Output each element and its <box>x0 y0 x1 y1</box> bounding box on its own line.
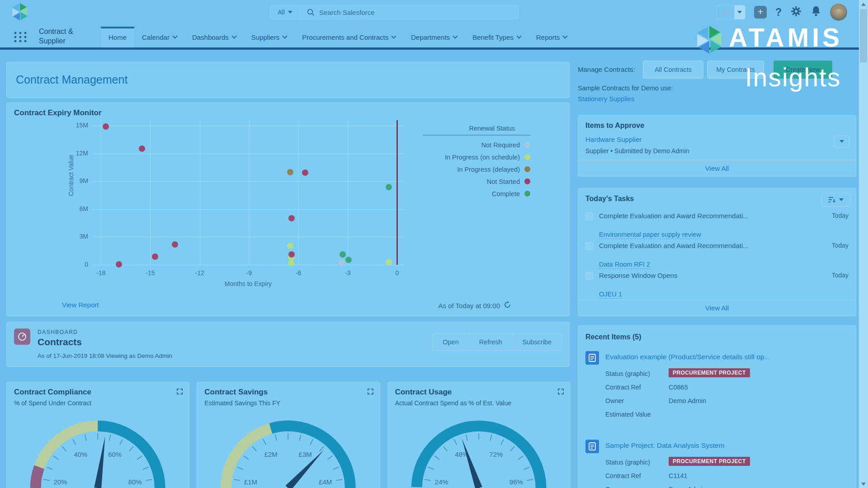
y-tick-label: 12M <box>60 150 88 157</box>
my-contracts-button[interactable]: My Contracts <box>707 61 764 79</box>
refresh-icon[interactable] <box>504 301 511 310</box>
legend-label: Complete <box>492 190 520 197</box>
document-icon <box>585 440 599 453</box>
y-tick-label: 0 <box>60 261 88 268</box>
tab-label: Suppliers <box>251 33 280 41</box>
y-axis-title: Contract Value <box>67 155 75 196</box>
recent-item-link[interactable]: Sample Project: Data Analysis System <box>605 441 725 450</box>
task-related-link[interactable]: OJEU 1 <box>599 291 622 299</box>
y-tick-label: 15M <box>60 122 88 129</box>
legend-dot <box>524 154 530 160</box>
svg-text:20%: 20% <box>54 478 67 486</box>
task-checkbox[interactable] <box>585 212 593 220</box>
data-point-complete[interactable] <box>340 251 346 258</box>
data-point-not-started[interactable] <box>116 261 122 267</box>
chevron-down-icon <box>288 11 292 14</box>
gridline <box>93 154 404 154</box>
data-point-not-started[interactable] <box>302 169 308 176</box>
scrollbar-thumb[interactable] <box>860 9 867 62</box>
user-avatar[interactable] <box>830 4 847 21</box>
tab-departments[interactable]: Departments <box>403 27 465 47</box>
recent-field-value: C0865 <box>669 384 688 391</box>
gear-icon[interactable] <box>790 5 802 19</box>
gauge-title: Contract Compliance <box>14 388 91 397</box>
data-point-complete[interactable] <box>345 257 352 263</box>
gauge-title: Contract Usage <box>395 388 452 397</box>
search-icon <box>307 9 315 16</box>
x-tick-label: -12 <box>190 269 210 277</box>
help-icon[interactable]: ? <box>775 6 782 19</box>
task-subject[interactable]: Complete Evaluation and Award Recommenda… <box>599 212 749 220</box>
tab-calendar[interactable]: Calendar <box>134 27 184 47</box>
gridline <box>93 126 404 126</box>
tasks-sort-dropdown[interactable] <box>821 193 850 206</box>
task-related-link[interactable]: Environmental paper supply review <box>599 231 701 239</box>
bell-icon[interactable] <box>811 5 821 19</box>
tab-home[interactable]: Home <box>101 27 134 47</box>
stationery-supplies-link[interactable]: Stationery Supplies <box>578 95 634 103</box>
legend-title: Renewal Status <box>423 125 530 132</box>
tab-benefit-types[interactable]: Benefit Types <box>465 27 528 47</box>
task-checkbox[interactable] <box>585 242 593 250</box>
recent-field-value: PROCUREMENT PROJECT <box>669 457 750 466</box>
global-add-icon[interactable]: + <box>754 6 767 19</box>
open-button[interactable]: Open <box>433 333 468 351</box>
favorites-dropdown-icon[interactable] <box>734 5 745 19</box>
items-to-approve-card: Items to Approve Hardware Supplier Suppl… <box>578 115 856 177</box>
data-point-not-started[interactable] <box>172 241 178 248</box>
data-point-not-required[interactable] <box>338 260 344 266</box>
approval-row-actions-dropdown[interactable] <box>834 136 849 147</box>
task-subject[interactable]: Complete Evaluation and Award Recommenda… <box>599 242 749 249</box>
status-badge: PROCUREMENT PROJECT <box>669 457 750 466</box>
approve-view-all-link[interactable]: View All <box>578 164 856 172</box>
search-input[interactable]: Search Salesforce <box>319 9 375 16</box>
legend-item: Not Required <box>423 139 530 151</box>
task-subject[interactable]: Response Window Opens <box>599 272 677 279</box>
task-due-date: Today <box>832 272 849 279</box>
atamis-logo-icon <box>10 2 30 22</box>
data-point-complete[interactable] <box>386 184 392 190</box>
data-point-in-progress-on-schedule-[interactable] <box>386 259 392 265</box>
svg-text:60%: 60% <box>108 450 122 458</box>
tasks-view-all-link[interactable]: View All <box>578 304 856 312</box>
gauge-row: Contract Compliance% of Spend Under Cont… <box>6 382 571 488</box>
data-point-in-progress-on-schedule-[interactable] <box>288 260 294 266</box>
legend-dot <box>524 178 530 184</box>
data-point-not-started[interactable] <box>288 215 295 221</box>
tab-dashboards[interactable]: Dashboards <box>184 27 244 47</box>
tab-reports[interactable]: Reports <box>528 27 575 47</box>
create-new-button[interactable]: Create New <box>774 61 832 79</box>
scrollbar-up-icon[interactable] <box>859 0 868 8</box>
scrollbar-down-icon[interactable] <box>859 480 868 488</box>
legend-dot <box>524 166 530 172</box>
chart-legend: Renewal Status Not RequiredIn Progress (… <box>423 125 530 200</box>
document-icon <box>585 351 599 365</box>
search-scope-label: All <box>278 9 285 16</box>
todays-tasks-title: Today's Tasks <box>585 195 634 203</box>
task-checkbox[interactable] <box>585 272 593 280</box>
data-point-in-progress-on-schedule-[interactable] <box>287 243 293 249</box>
recent-field-value: C1141 <box>669 472 688 479</box>
data-point-not-started[interactable] <box>139 145 145 152</box>
data-point-in-progress-delayed-[interactable] <box>287 169 293 175</box>
x-tick-label: -9 <box>239 269 259 277</box>
global-search[interactable]: All Search Salesforce <box>270 5 519 19</box>
tab-suppliers[interactable]: Suppliers <box>244 27 295 47</box>
refresh-button[interactable]: Refresh <box>469 333 512 351</box>
gridline <box>150 120 151 265</box>
approval-item-link[interactable]: Hardware Supplier <box>585 136 642 143</box>
all-contracts-button[interactable]: All Contracts <box>643 61 703 79</box>
app-launcher-icon[interactable] <box>13 29 28 47</box>
view-report-link[interactable]: View Report <box>62 301 99 309</box>
data-point-not-started[interactable] <box>103 123 109 130</box>
subscribe-button[interactable]: Subscribe <box>512 333 561 351</box>
tab-procurements-and-contracts[interactable]: Procurements and Contracts <box>294 27 403 47</box>
task-related-link[interactable]: Data Room RFI 2 <box>599 261 650 269</box>
recent-item-link[interactable]: Evaluation example (Product/Service deta… <box>605 353 770 361</box>
recent-items-card: Recent Items (5) Evaluation example (Pro… <box>578 325 856 488</box>
favorite-star-icon[interactable]: ★ <box>717 5 734 19</box>
recent-field-value: Demo Admin <box>669 486 706 488</box>
data-point-not-started[interactable] <box>152 253 158 260</box>
search-scope-dropdown[interactable]: All <box>271 5 300 19</box>
page-scrollbar[interactable] <box>859 0 868 488</box>
